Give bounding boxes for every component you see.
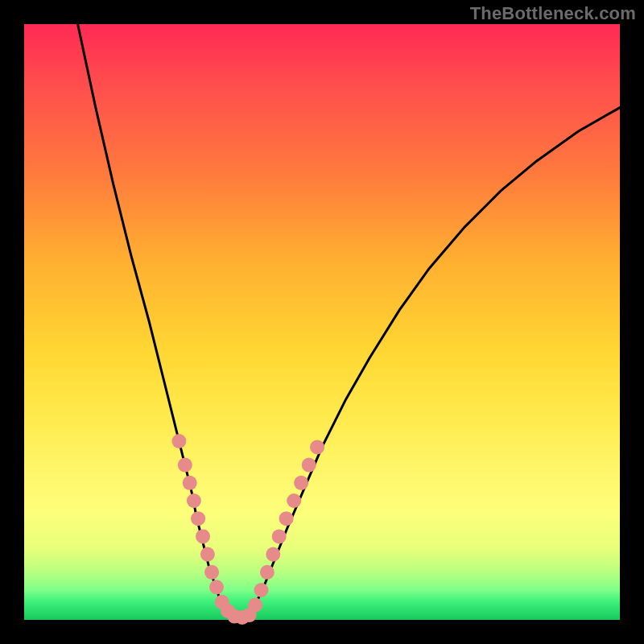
marker-dot xyxy=(279,511,294,526)
chart-frame: TheBottleneck.com xyxy=(0,0,644,644)
plot-area xyxy=(24,24,620,620)
marker-dot xyxy=(287,493,301,508)
marker-dot xyxy=(209,580,224,594)
marker-dot xyxy=(254,583,269,597)
marker-dot xyxy=(191,511,205,526)
marker-dot xyxy=(260,565,275,580)
marker-dot xyxy=(196,529,210,543)
curve-left xyxy=(78,24,227,614)
marker-dot xyxy=(171,434,186,448)
marker-group xyxy=(171,434,324,625)
marker-dot xyxy=(272,529,287,543)
marker-dot xyxy=(200,547,215,562)
curve-right xyxy=(250,108,620,614)
marker-dot xyxy=(294,476,308,490)
marker-dot xyxy=(204,565,219,580)
watermark-text: TheBottleneck.com xyxy=(470,3,636,24)
marker-dot xyxy=(266,547,280,562)
marker-dot xyxy=(248,598,262,613)
marker-dot xyxy=(183,476,197,490)
marker-dot xyxy=(310,440,324,454)
marker-dot xyxy=(302,458,316,473)
marker-dot xyxy=(187,493,201,508)
marker-dot xyxy=(178,458,192,473)
chart-svg xyxy=(24,24,620,620)
